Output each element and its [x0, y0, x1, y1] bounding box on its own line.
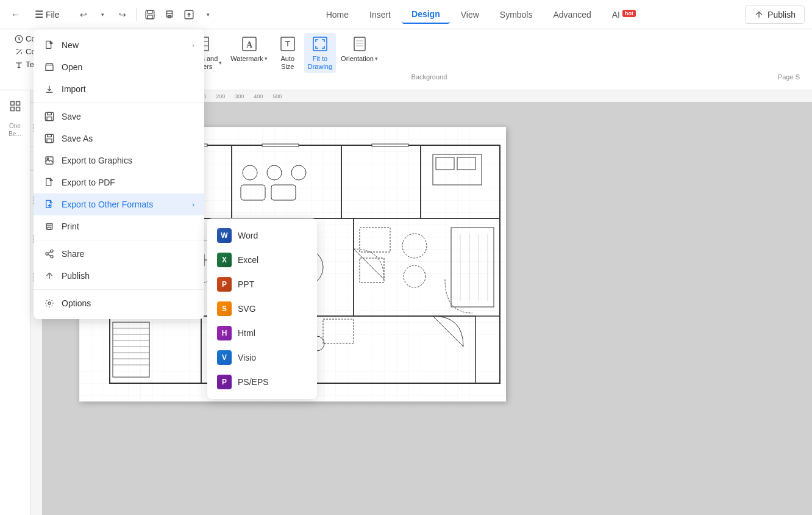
tab-advanced[interactable]: Advanced	[543, 6, 600, 23]
import-icon	[43, 83, 55, 95]
print-menu-icon	[43, 220, 55, 232]
word-icon: W	[217, 228, 232, 243]
fit-to-drawing-button[interactable]: Fit toDrawing	[304, 33, 336, 73]
submenu-ppt[interactable]: P PPT	[207, 272, 317, 297]
file-menu[interactable]: New › Open Import Save	[34, 29, 204, 319]
pseps-label: PS/EPS	[238, 377, 269, 387]
undo-button[interactable]: ↩	[75, 6, 92, 23]
tab-view[interactable]: View	[451, 6, 489, 23]
publish-menu-label: Publish	[62, 271, 90, 281]
menu-separator-1	[34, 103, 204, 103]
share-label: Share	[62, 249, 84, 259]
svg-rect-1	[148, 10, 152, 13]
svg-rect-99	[48, 227, 51, 229]
tab-home[interactable]: Home	[316, 6, 358, 23]
excel-icon: X	[217, 253, 232, 267]
watermark-label: Watermark ▾	[230, 55, 267, 62]
sidebar-tab-1[interactable]	[4, 95, 26, 117]
menu-item-options[interactable]: Options	[34, 292, 204, 314]
export-pdf-icon	[43, 176, 55, 189]
export-submenu[interactable]: W Word X Excel P PPT S SVG	[207, 218, 317, 399]
back-button[interactable]: ←	[7, 6, 24, 23]
export-graphics-icon	[43, 154, 55, 167]
new-icon	[43, 39, 55, 51]
print-button[interactable]	[161, 6, 178, 23]
export-button[interactable]	[180, 6, 198, 23]
menu-item-export-pdf[interactable]: Export to PDF	[34, 171, 204, 193]
svg-point-100	[51, 250, 53, 252]
menu-item-export-other[interactable]: Export to Other Formats ›	[34, 193, 204, 215]
svg-point-102	[51, 256, 53, 258]
tab-ai[interactable]: AI hot	[602, 6, 646, 23]
file-menu-button[interactable]: ☰ File	[28, 5, 66, 23]
svg-rect-89	[48, 112, 52, 115]
svg-rect-85	[262, 144, 299, 146]
menu-item-new[interactable]: New ›	[34, 34, 204, 56]
svg-point-106	[48, 302, 51, 304]
submenu-pseps[interactable]: P PS/EPS	[207, 370, 317, 394]
menu-separator-2	[34, 240, 204, 240]
ppt-label: PPT	[238, 279, 254, 289]
save-icon	[43, 110, 55, 123]
nav-tabs: Home Insert Design View Symbols Advanced…	[316, 5, 646, 24]
svg-label: SVG	[238, 304, 256, 314]
visio-label: Visio	[238, 353, 256, 362]
svg-icon: S	[217, 301, 232, 316]
menu-item-publish[interactable]: Publish	[34, 265, 204, 287]
html-label: Html	[238, 328, 255, 338]
menu-item-open[interactable]: Open	[34, 56, 204, 78]
menu-item-print[interactable]: Print	[34, 215, 204, 237]
svg-rect-23	[10, 102, 14, 106]
title-bar-left: ← ☰ File ↩ ▾ ↪ ▾	[7, 5, 217, 23]
svg-line-103	[48, 254, 51, 256]
svg-rect-19	[354, 37, 365, 51]
export-other-label: Export to Other Formats	[62, 200, 153, 209]
pseps-icon: P	[217, 375, 232, 389]
svg-rect-86	[372, 144, 408, 146]
orientation-button[interactable]: Orientation ▾	[337, 33, 382, 65]
submenu-excel[interactable]: X Excel	[207, 248, 317, 272]
save-button[interactable]	[141, 6, 158, 23]
toolbar-separator	[136, 9, 137, 21]
menu-separator-3	[34, 289, 204, 290]
publish-button[interactable]: Publish	[745, 5, 805, 24]
ppt-icon: P	[217, 277, 232, 292]
submenu-word[interactable]: W Word	[207, 223, 317, 248]
visio-icon: V	[217, 350, 232, 365]
svg-rect-24	[16, 102, 20, 106]
file-label: File	[46, 10, 60, 20]
menu-item-save[interactable]: Save	[34, 106, 204, 128]
submenu-svg[interactable]: S SVG	[207, 297, 317, 321]
save-as-label: Save As	[62, 134, 93, 143]
auto-size-button[interactable]: AutoSize	[272, 33, 303, 73]
export-other-chevron: ›	[192, 201, 194, 208]
submenu-visio[interactable]: V Visio	[207, 345, 317, 370]
title-bar: ← ☰ File ↩ ▾ ↪ ▾ Home Insert Design View	[0, 0, 812, 29]
menu-item-import[interactable]: Import	[34, 78, 204, 100]
undo-dropdown[interactable]: ▾	[94, 6, 112, 23]
menu-item-share[interactable]: Share	[34, 243, 204, 265]
menu-item-export-graphics[interactable]: Export to Graphics	[34, 149, 204, 171]
watermark-button[interactable]: A Watermark ▾	[227, 33, 271, 65]
export-graphics-label: Export to Graphics	[62, 156, 132, 165]
export-other-icon	[43, 198, 55, 211]
ai-badge: hot	[622, 10, 636, 17]
more-button[interactable]: ▾	[200, 6, 217, 23]
svg-text:A: A	[246, 40, 252, 49]
share-icon	[43, 248, 55, 260]
tab-insert[interactable]: Insert	[360, 6, 401, 23]
redo-button[interactable]: ↪	[114, 6, 131, 23]
fit-to-drawing-label: Fit toDrawing	[308, 55, 332, 71]
export-pdf-label: Export to PDF	[62, 178, 115, 187]
options-label: Options	[62, 298, 91, 308]
submenu-html[interactable]: H Html	[207, 321, 317, 345]
new-label: New	[62, 40, 79, 50]
svg-point-101	[46, 253, 48, 255]
tab-design[interactable]: Design	[402, 5, 450, 24]
svg-rect-90	[47, 117, 52, 121]
svg-rect-2	[148, 15, 152, 18]
tab-symbols[interactable]: Symbols	[490, 6, 543, 23]
svg-rect-92	[48, 134, 52, 137]
auto-size-label: AutoSize	[280, 55, 294, 71]
menu-item-save-as[interactable]: Save As	[34, 128, 204, 149]
